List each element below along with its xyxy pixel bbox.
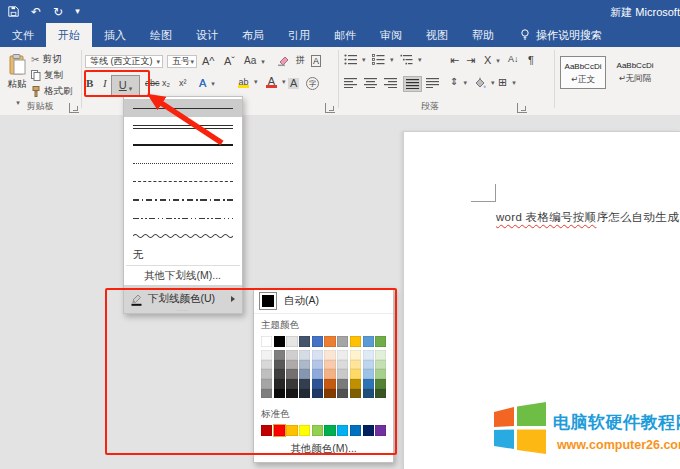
numbering-button[interactable] xyxy=(372,54,394,65)
theme-color-c6-r0[interactable] xyxy=(337,350,348,360)
theme-color-c0-r2[interactable] xyxy=(261,369,272,379)
undo-icon[interactable] xyxy=(31,6,41,18)
theme-color-c8-r3[interactable] xyxy=(363,379,374,389)
theme-color-c5-r1[interactable] xyxy=(324,360,335,370)
tab-layout[interactable]: 布局 xyxy=(230,23,276,47)
align-left-button[interactable] xyxy=(344,78,357,88)
theme-color-c7-r1[interactable] xyxy=(350,360,361,370)
show-hide-marks-button[interactable] xyxy=(528,55,534,66)
theme-color-c1-r2[interactable] xyxy=(274,369,285,379)
phonetic-guide-button[interactable] xyxy=(296,56,305,65)
theme-color-c7-r4[interactable] xyxy=(350,389,361,399)
text-effects-button[interactable] xyxy=(199,78,215,89)
theme-color-base-7[interactable] xyxy=(350,336,361,347)
theme-color-c3-r1[interactable] xyxy=(299,360,310,370)
cut-button[interactable]: 剪切 xyxy=(31,53,61,66)
theme-color-base-5[interactable] xyxy=(324,336,335,347)
theme-color-c7-r3[interactable] xyxy=(350,379,361,389)
standard-color-0[interactable] xyxy=(261,425,272,436)
standard-color-2[interactable] xyxy=(286,425,297,436)
clipboard-dialog-launcher-icon[interactable] xyxy=(69,103,79,113)
bold-button[interactable] xyxy=(86,78,93,89)
enclose-characters-button[interactable] xyxy=(306,77,319,90)
character-border-button[interactable]: A xyxy=(311,55,321,67)
tab-help[interactable]: 帮助 xyxy=(460,23,506,47)
theme-color-c1-r0[interactable] xyxy=(274,350,285,360)
underline-style-dash-dot[interactable] xyxy=(124,191,242,209)
theme-color-c3-r3[interactable] xyxy=(299,379,310,389)
theme-color-c9-r3[interactable] xyxy=(375,379,386,389)
theme-color-c1-r1[interactable] xyxy=(274,360,285,370)
standard-color-1[interactable] xyxy=(274,425,285,436)
decrease-indent-button[interactable] xyxy=(450,55,459,66)
theme-color-c2-r1[interactable] xyxy=(286,360,297,370)
theme-color-c5-r3[interactable] xyxy=(324,379,335,389)
theme-color-c1-r4[interactable] xyxy=(274,389,285,399)
auto-color-item[interactable]: 自动(A) xyxy=(254,289,393,314)
more-colors-item[interactable]: 其他颜色(M)... xyxy=(254,440,393,458)
theme-color-c6-r3[interactable] xyxy=(337,379,348,389)
clear-formatting-button[interactable] xyxy=(277,56,289,67)
theme-color-c4-r3[interactable] xyxy=(312,379,323,389)
font-dialog-launcher-icon[interactable] xyxy=(325,103,335,113)
theme-color-c0-r3[interactable] xyxy=(261,379,272,389)
theme-color-c7-r2[interactable] xyxy=(350,369,361,379)
style-card-无间隔[interactable]: AaBbCcDi↵无间隔 xyxy=(612,56,658,89)
underline-style-dotted[interactable] xyxy=(124,154,242,172)
font-name-combo[interactable]: 等线 (西文正文)▾ xyxy=(85,55,163,68)
underline-style-wavy[interactable] xyxy=(124,228,242,246)
theme-color-base-9[interactable] xyxy=(375,336,386,347)
tab-view[interactable]: 视图 xyxy=(414,23,460,47)
distribute-button[interactable] xyxy=(426,78,439,88)
style-card-正文[interactable]: AaBbCcDi↵正文 xyxy=(560,56,606,89)
underline-style-single[interactable] xyxy=(124,99,242,117)
shrink-font-button[interactable] xyxy=(224,56,235,67)
theme-color-c0-r0[interactable] xyxy=(261,350,272,360)
font-color-button[interactable] xyxy=(266,76,286,88)
theme-color-c3-r4[interactable] xyxy=(299,389,310,399)
theme-color-c2-r2[interactable] xyxy=(286,369,297,379)
underline-style-dash-dot-dot[interactable] xyxy=(124,209,242,227)
theme-color-c5-r0[interactable] xyxy=(324,350,335,360)
underline-style-dashed[interactable] xyxy=(124,173,242,191)
theme-color-c2-r4[interactable] xyxy=(286,389,297,399)
format-painter-button[interactable]: 格式刷 xyxy=(31,85,73,98)
theme-color-c3-r2[interactable] xyxy=(299,369,310,379)
theme-color-c4-r0[interactable] xyxy=(312,350,323,360)
superscript-button[interactable] xyxy=(179,79,187,88)
theme-color-c1-r3[interactable] xyxy=(274,379,285,389)
tab-references[interactable]: 引用 xyxy=(276,23,322,47)
copy-button[interactable]: 复制 xyxy=(31,69,63,82)
font-size-combo[interactable]: 五号▾ xyxy=(167,55,197,68)
theme-color-c3-r0[interactable] xyxy=(299,350,310,360)
tell-me-search[interactable]: 操作说明搜索 xyxy=(520,23,602,47)
standard-color-5[interactable] xyxy=(324,425,335,436)
theme-color-c0-r1[interactable] xyxy=(261,360,272,370)
theme-color-c9-r4[interactable] xyxy=(375,389,386,399)
underline-caret-icon[interactable] xyxy=(127,77,133,95)
theme-color-c9-r2[interactable] xyxy=(375,369,386,379)
tab-file[interactable]: 文件 xyxy=(0,23,46,47)
tab-design[interactable]: 设计 xyxy=(184,23,230,47)
standard-color-8[interactable] xyxy=(363,425,374,436)
justify-button[interactable] xyxy=(404,77,421,91)
theme-color-base-6[interactable] xyxy=(337,336,348,347)
align-center-button[interactable] xyxy=(364,78,377,88)
underline-style-double[interactable] xyxy=(124,117,242,135)
sort-button[interactable] xyxy=(508,55,519,64)
paragraph-dialog-launcher-icon[interactable] xyxy=(517,103,527,113)
tab-draw[interactable]: 绘图 xyxy=(138,23,184,47)
multilevel-list-button[interactable] xyxy=(400,54,422,65)
underline-none-item[interactable]: 无 xyxy=(124,246,242,264)
theme-color-c9-r0[interactable] xyxy=(375,350,386,360)
document-paragraph[interactable]: word 表格编号按顺序怎么自动生成 xyxy=(496,210,679,225)
theme-color-c2-r3[interactable] xyxy=(286,379,297,389)
standard-color-3[interactable] xyxy=(299,425,310,436)
theme-color-c5-r4[interactable] xyxy=(324,389,335,399)
more-underlines-item[interactable]: 其他下划线(M)... xyxy=(124,267,242,285)
theme-color-c8-r2[interactable] xyxy=(363,369,374,379)
theme-color-base-3[interactable] xyxy=(299,336,310,347)
theme-color-base-8[interactable] xyxy=(363,336,374,347)
italic-button[interactable] xyxy=(103,78,107,89)
redo-icon[interactable] xyxy=(53,6,63,18)
